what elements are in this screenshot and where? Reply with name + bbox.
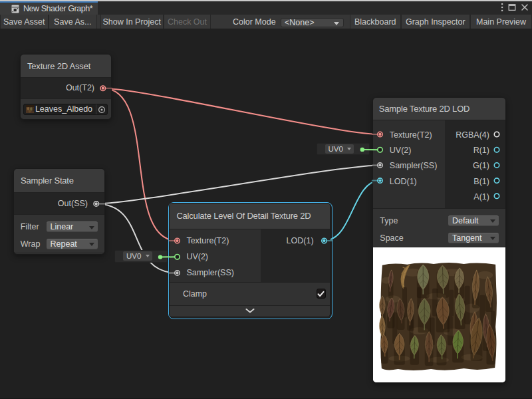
type-dropdown[interactable]: Default xyxy=(448,215,499,226)
texture-thumbnail-icon xyxy=(26,105,34,113)
button-label: Show In Project xyxy=(102,17,161,27)
port-row-sampler: Sampler(SS) xyxy=(170,265,261,281)
output-ports: LOD(1) xyxy=(261,229,330,282)
node-title-label: Sampler State xyxy=(21,176,74,186)
edge-lod-to-sample[interactable] xyxy=(325,181,380,241)
object-field-separator xyxy=(96,104,96,114)
chevron-down-icon xyxy=(490,237,495,240)
port-label: Out(T2) xyxy=(66,83,94,92)
node-title-label: Calculate Level Of Detail Texture 2D xyxy=(176,211,311,221)
chevron-down-icon xyxy=(490,219,495,223)
main-preview-button[interactable]: Main Preview xyxy=(470,15,532,29)
clamp-checkbox[interactable] xyxy=(317,289,327,299)
chevron-down-icon xyxy=(334,22,339,25)
node-controls: Type Default Space Tangent xyxy=(373,209,506,247)
save-as-button[interactable]: Save As... xyxy=(49,15,98,29)
node-expander[interactable] xyxy=(170,306,330,317)
chevron-down-icon xyxy=(89,243,94,246)
button-label: Graph Inspector xyxy=(406,17,466,27)
edge-sampler-to-sample[interactable] xyxy=(96,165,380,203)
port-row-sampler: Sampler(SS) xyxy=(373,158,446,174)
port-label: Sampler(SS) xyxy=(390,161,438,170)
check-out-button[interactable]: Check Out xyxy=(164,15,211,29)
port-row-a: A(1) xyxy=(445,189,505,204)
dropdown-value: Linear xyxy=(51,222,74,231)
input-ports: Texture(T2) UV(2) Sampler(SS) xyxy=(170,229,261,282)
wrap-dropdown[interactable]: Repeat xyxy=(47,239,98,249)
port-row-b: B(1) xyxy=(445,174,505,189)
dropdown-value: Repeat xyxy=(51,239,77,249)
shader-graph-icon xyxy=(11,5,19,13)
shader-graph-window: Texture 2D Asset Out(T2) Leaves_Albedo S… xyxy=(0,0,532,399)
kebab-menu-icon[interactable] xyxy=(501,3,503,12)
blackboard-button[interactable]: Blackboard xyxy=(350,15,401,29)
dropdown-value: UV0 xyxy=(126,252,141,260)
chevron-down-icon xyxy=(146,255,150,257)
node-texture-2d-asset[interactable]: Texture 2D Asset Out(T2) Leaves_Albedo xyxy=(20,54,112,120)
port-label: A(1) xyxy=(473,192,489,201)
control-row: Wrap Repeat xyxy=(14,235,104,252)
object-picker-icon[interactable] xyxy=(98,106,106,114)
node-controls: Filter Linear Wrap Repeat xyxy=(14,215,104,252)
filter-label: Filter xyxy=(21,222,39,231)
dropdown-value: <None> xyxy=(285,18,314,27)
document-tab[interactable]: New Shader Graph* xyxy=(0,1,98,15)
maximize-icon[interactable] xyxy=(508,3,516,11)
port-label: LOD(1) xyxy=(390,177,417,186)
node-controls: Leaves_Albedo xyxy=(21,99,111,120)
chevron-down-icon xyxy=(347,148,351,150)
preview-image xyxy=(373,247,507,383)
uv-default-chip-sample: UV0 xyxy=(317,143,370,156)
port-label: Sampler(SS) xyxy=(186,268,234,277)
uv-channel-dropdown[interactable]: UV0 xyxy=(325,144,354,154)
port-row-uv: UV(2) xyxy=(373,143,446,158)
dropdown-value: Default xyxy=(452,216,479,225)
save-asset-button[interactable]: Save Asset xyxy=(0,15,49,29)
node-title: Sample Texture 2D LOD xyxy=(373,98,506,120)
port-label: Texture(T2) xyxy=(390,130,432,140)
button-label: Blackboard xyxy=(354,17,396,27)
space-dropdown[interactable]: Tangent xyxy=(448,233,499,243)
graph-inspector-button[interactable]: Graph Inspector xyxy=(401,15,471,29)
node-sampler-state[interactable]: Sampler State Out(SS) Filter Linear Wrap… xyxy=(13,168,105,255)
edge-texture-to-calc[interactable] xyxy=(103,88,178,241)
node-sample-texture-2d-lod[interactable]: Sample Texture 2D LOD Texture(T2) UV(2) … xyxy=(372,97,507,383)
texture-object-field[interactable]: Leaves_Albedo xyxy=(23,104,108,115)
edge-sampler-to-calc[interactable] xyxy=(96,203,178,273)
uv-channel-dropdown[interactable]: UV0 xyxy=(123,251,152,261)
port-row-lod: LOD(1) xyxy=(373,174,446,189)
button-label: Check Out xyxy=(168,17,207,27)
check-icon xyxy=(317,291,325,297)
port-label: Texture(T2) xyxy=(186,236,229,245)
close-icon[interactable] xyxy=(521,3,529,11)
color-mode-dropdown[interactable]: <None> xyxy=(281,18,344,28)
port-row-lod: LOD(1) xyxy=(261,233,330,249)
button-label: Main Preview xyxy=(476,17,526,27)
chevron-down-icon xyxy=(89,226,94,229)
control-row: Type Default xyxy=(373,212,506,229)
node-title-label: Texture 2D Asset xyxy=(27,61,90,71)
chevron-down-icon xyxy=(245,309,255,313)
port-row-uv: UV(2) xyxy=(170,249,261,265)
type-label: Type xyxy=(380,216,398,225)
uv-default-chip-calc: UV0 xyxy=(114,250,168,263)
port-row-r: R(1) xyxy=(445,143,505,158)
button-label: Save Asset xyxy=(3,17,45,27)
port-label: RGBA(4) xyxy=(456,130,489,140)
port-label: G(1) xyxy=(473,161,489,170)
clamp-label: Clamp xyxy=(183,289,207,299)
show-in-project-button[interactable]: Show In Project xyxy=(100,15,164,29)
button-label: Save As... xyxy=(54,17,91,27)
node-title: Sampler State xyxy=(14,169,104,193)
node-calculate-lod-texture-2d[interactable]: Calculate Level Of Detail Texture 2D Tex… xyxy=(169,203,331,317)
port-label: Out(SS) xyxy=(58,199,88,208)
control-row: Space Tangent xyxy=(373,229,506,247)
filter-dropdown[interactable]: Linear xyxy=(47,221,98,232)
port-row-texture: Texture(T2) xyxy=(170,233,261,249)
color-mode-label: Color Mode xyxy=(233,15,276,29)
tab-title: New Shader Graph* xyxy=(23,4,92,13)
port-label: B(1) xyxy=(473,177,489,186)
texture-thumbnail xyxy=(26,105,34,113)
edge-texture-to-sample[interactable] xyxy=(103,88,380,134)
node-title: Texture 2D Asset xyxy=(21,55,111,78)
